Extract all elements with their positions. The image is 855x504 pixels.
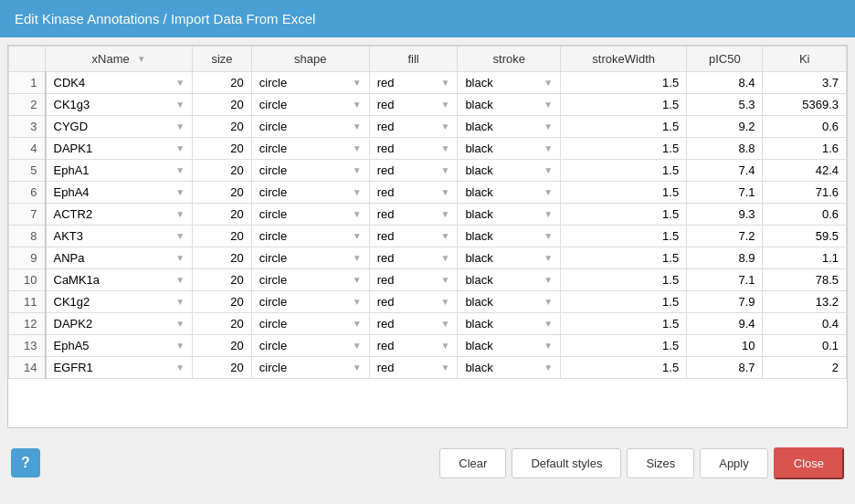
table-row[interactable]: 3CYGD▼20circle▼red▼black▼1.59.20.6	[9, 116, 847, 138]
col-header-stroke[interactable]: stroke	[458, 47, 561, 72]
cell-dropdown-arrow[interactable]: ▼	[440, 121, 449, 131]
cell-dropdown-arrow[interactable]: ▼	[353, 187, 362, 197]
cell-dropdown-arrow[interactable]: ▼	[440, 341, 449, 351]
cell-dropdown-arrow[interactable]: ▼	[353, 319, 362, 329]
table-cell[interactable]: circle▼	[251, 226, 369, 247]
table-cell[interactable]: CK1g2▼	[46, 291, 193, 313]
table-cell[interactable]: circle▼	[251, 247, 369, 269]
table-cell[interactable]: black▼	[458, 138, 561, 160]
cell-dropdown-arrow[interactable]: ▼	[175, 231, 185, 241]
table-cell[interactable]: red▼	[369, 204, 458, 226]
table-cell[interactable]: red▼	[369, 160, 458, 182]
table-cell[interactable]: black▼	[458, 291, 561, 313]
table-cell[interactable]: circle▼	[251, 357, 369, 379]
table-cell[interactable]: black▼	[458, 204, 561, 226]
cell-dropdown-arrow[interactable]: ▼	[440, 187, 449, 197]
col-header-size[interactable]: size	[193, 47, 252, 72]
table-cell[interactable]: EphA1▼	[46, 160, 193, 182]
cell-dropdown-arrow[interactable]: ▼	[353, 143, 362, 153]
cell-dropdown-arrow[interactable]: ▼	[175, 100, 185, 110]
table-cell[interactable]: red▼	[369, 72, 458, 94]
table-row[interactable]: 8AKT3▼20circle▼red▼black▼1.57.259.5	[9, 226, 847, 247]
table-cell[interactable]: AKT3▼	[46, 226, 193, 247]
table-cell[interactable]: black▼	[458, 116, 561, 138]
col-header-ki[interactable]: Ki	[763, 47, 847, 72]
cell-dropdown-arrow[interactable]: ▼	[353, 297, 362, 307]
cell-dropdown-arrow[interactable]: ▼	[353, 78, 362, 88]
sizes-button[interactable]: Sizes	[627, 448, 694, 478]
table-cell[interactable]: black▼	[458, 335, 561, 357]
table-row[interactable]: 10CaMK1a▼20circle▼red▼black▼1.57.178.5	[9, 269, 847, 291]
cell-dropdown-arrow[interactable]: ▼	[544, 297, 553, 307]
table-cell[interactable]: circle▼	[251, 138, 369, 160]
cell-dropdown-arrow[interactable]: ▼	[544, 187, 553, 197]
cell-dropdown-arrow[interactable]: ▼	[440, 275, 449, 285]
cell-dropdown-arrow[interactable]: ▼	[175, 275, 185, 285]
col-header-strokewidth[interactable]: strokeWidth	[561, 47, 687, 72]
cell-dropdown-arrow[interactable]: ▼	[353, 253, 362, 263]
help-button[interactable]: ?	[11, 448, 40, 478]
cell-dropdown-arrow[interactable]: ▼	[353, 275, 362, 285]
table-cell[interactable]: red▼	[369, 335, 458, 357]
table-cell[interactable]: circle▼	[251, 116, 369, 138]
cell-dropdown-arrow[interactable]: ▼	[175, 209, 185, 219]
cell-dropdown-arrow[interactable]: ▼	[440, 253, 449, 263]
cell-dropdown-arrow[interactable]: ▼	[440, 100, 449, 110]
table-cell[interactable]: black▼	[458, 160, 561, 182]
cell-dropdown-arrow[interactable]: ▼	[440, 297, 449, 307]
table-cell[interactable]: black▼	[458, 357, 561, 379]
table-row[interactable]: 2CK1g3▼20circle▼red▼black▼1.55.35369.3	[9, 94, 847, 116]
table-row[interactable]: 13EphA5▼20circle▼red▼black▼1.5100.1	[9, 335, 847, 357]
cell-dropdown-arrow[interactable]: ▼	[544, 209, 553, 219]
table-row[interactable]: 1CDK4▼20circle▼red▼black▼1.58.43.7	[9, 72, 847, 94]
table-cell[interactable]: red▼	[369, 94, 458, 116]
table-cell[interactable]: CDK4▼	[46, 72, 193, 94]
table-cell[interactable]: circle▼	[251, 94, 369, 116]
cell-dropdown-arrow[interactable]: ▼	[544, 362, 553, 373]
cell-dropdown-arrow[interactable]: ▼	[440, 231, 449, 241]
table-row[interactable]: 4DAPK1▼20circle▼red▼black▼1.58.81.6	[9, 138, 847, 160]
table-cell[interactable]: red▼	[369, 269, 458, 291]
table-cell[interactable]: circle▼	[251, 182, 369, 204]
table-cell[interactable]: red▼	[369, 116, 458, 138]
table-row[interactable]: 14EGFR1▼20circle▼red▼black▼1.58.72	[9, 357, 847, 379]
col-header-fill[interactable]: fill	[369, 47, 458, 72]
cell-dropdown-arrow[interactable]: ▼	[175, 341, 185, 351]
col-header-pic50[interactable]: pIC50	[687, 47, 763, 72]
cell-dropdown-arrow[interactable]: ▼	[175, 362, 185, 373]
cell-dropdown-arrow[interactable]: ▼	[440, 143, 449, 153]
table-cell[interactable]: DAPK1▼	[46, 138, 193, 160]
table-cell[interactable]: ACTR2▼	[46, 204, 193, 226]
table-row[interactable]: 9ANPa▼20circle▼red▼black▼1.58.91.1	[9, 247, 847, 269]
cell-dropdown-arrow[interactable]: ▼	[440, 78, 449, 88]
table-cell[interactable]: red▼	[369, 247, 458, 269]
table-cell[interactable]: EGFR1▼	[46, 357, 193, 379]
apply-button[interactable]: Apply	[700, 448, 768, 478]
cell-dropdown-arrow[interactable]: ▼	[544, 253, 553, 263]
cell-dropdown-arrow[interactable]: ▼	[544, 143, 553, 153]
cell-dropdown-arrow[interactable]: ▼	[544, 319, 553, 329]
clear-button[interactable]: Clear	[439, 448, 506, 478]
table-row[interactable]: 6EphA4▼20circle▼red▼black▼1.57.171.6	[9, 182, 847, 204]
table-wrapper[interactable]: xName▼ size shape fill stroke strokeWidt…	[8, 46, 847, 427]
col-header-shape[interactable]: shape	[251, 47, 369, 72]
cell-dropdown-arrow[interactable]: ▼	[440, 362, 449, 373]
cell-dropdown-arrow[interactable]: ▼	[353, 341, 362, 351]
table-cell[interactable]: red▼	[369, 313, 458, 335]
table-cell[interactable]: CYGD▼	[46, 116, 193, 138]
table-cell[interactable]: red▼	[369, 138, 458, 160]
cell-dropdown-arrow[interactable]: ▼	[544, 78, 553, 88]
table-cell[interactable]: red▼	[369, 182, 458, 204]
cell-dropdown-arrow[interactable]: ▼	[175, 187, 185, 197]
table-cell[interactable]: black▼	[458, 94, 561, 116]
table-cell[interactable]: circle▼	[251, 313, 369, 335]
table-cell[interactable]: red▼	[369, 291, 458, 313]
table-cell[interactable]: circle▼	[251, 291, 369, 313]
table-cell[interactable]: circle▼	[251, 72, 369, 94]
close-button[interactable]: Close	[774, 447, 844, 479]
cell-dropdown-arrow[interactable]: ▼	[175, 319, 185, 329]
cell-dropdown-arrow[interactable]: ▼	[440, 209, 449, 219]
table-row[interactable]: 12DAPK2▼20circle▼red▼black▼1.59.40.4	[9, 313, 847, 335]
cell-dropdown-arrow[interactable]: ▼	[175, 297, 185, 307]
table-cell[interactable]: circle▼	[251, 335, 369, 357]
